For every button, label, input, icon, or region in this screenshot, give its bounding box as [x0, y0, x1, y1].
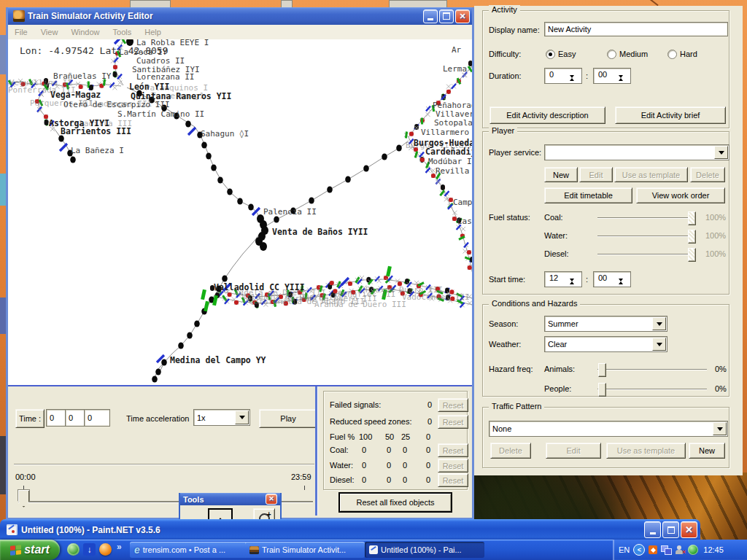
duration-label: Duration:: [489, 71, 522, 80]
view-work-order-button[interactable]: View work order: [636, 187, 725, 203]
spin-down-button[interactable]: [570, 78, 581, 87]
tray-clock[interactable]: 12:45: [703, 545, 724, 554]
timeline-end-label: 23:59: [291, 472, 311, 481]
play-button[interactable]: Play: [259, 409, 317, 428]
tray-network-icon[interactable]: [661, 545, 671, 554]
dropdown-button[interactable]: [714, 146, 728, 159]
dropdown-button[interactable]: [235, 411, 249, 424]
route-map[interactable]: Veguellina IIPonferrada IIIPorqueros III…: [8, 39, 472, 386]
start-hours-spinner[interactable]: 12: [544, 271, 582, 287]
water-slider-thumb[interactable]: [688, 230, 696, 244]
quick-launch-green-icon[interactable]: [67, 543, 80, 556]
close-button[interactable]: ✕: [455, 9, 470, 23]
spin-down-button[interactable]: [619, 281, 630, 290]
desktop-icon-fragment: [0, 174, 6, 206]
menu-view[interactable]: View: [34, 28, 65, 36]
close-button[interactable]: ✕: [681, 521, 697, 538]
quick-launch-orange-icon[interactable]: [99, 543, 112, 556]
language-indicator[interactable]: EN: [619, 545, 630, 554]
map-decor: [112, 85, 117, 90]
tray-chevron-icon[interactable]: <: [633, 544, 645, 556]
tray-user-offline-icon[interactable]: ×: [675, 545, 684, 555]
taskbar-item-train-simulator[interactable]: Train Simulator Activit...: [245, 542, 365, 558]
season-value: Summer: [548, 319, 578, 328]
player-service-select[interactable]: [544, 144, 729, 160]
traffic-edit-button[interactable]: Edit: [546, 443, 601, 459]
tray-orange-app-icon[interactable]: [649, 545, 657, 554]
player-delete-button[interactable]: Delete: [690, 167, 725, 182]
traffic-new-button[interactable]: New: [689, 443, 725, 459]
quick-launch-download-icon[interactable]: ↓: [83, 543, 96, 556]
traffic-delete-button[interactable]: Delete: [490, 443, 531, 459]
reset-water-button[interactable]: Reset: [438, 459, 468, 472]
reset-coal-button[interactable]: Reset: [438, 443, 468, 457]
duration-minutes-spinner[interactable]: 00: [593, 68, 631, 84]
menu-help[interactable]: Help: [138, 28, 168, 36]
difficulty-medium-label[interactable]: Medium: [619, 50, 648, 58]
start-button[interactable]: start: [0, 540, 60, 560]
time-acceleration-select[interactable]: 1x: [193, 409, 250, 426]
tools-title-bar[interactable]: Tools ✕: [180, 493, 280, 505]
taskbar-item-paintdotnet[interactable]: Untitled (100%) - Pai...: [365, 542, 484, 558]
player-edit-button[interactable]: Edit: [579, 167, 613, 182]
reset-failed-signals-button[interactable]: Reset: [438, 398, 468, 412]
taskbar-item-trensim[interactable]: e trensim.com • Post a ...: [130, 542, 249, 558]
activity-legend: Activity: [489, 5, 520, 14]
water-value: 0: [362, 461, 366, 470]
animals-slider-thumb[interactable]: [598, 363, 606, 377]
people-slider-thumb[interactable]: [598, 383, 606, 397]
diesel-slider-thumb[interactable]: [688, 248, 696, 262]
tools-close-button[interactable]: ✕: [266, 494, 277, 505]
spin-down-button[interactable]: [619, 78, 630, 87]
reset-all-fixed-objects-button[interactable]: Reset all fixed objects: [339, 493, 452, 512]
map-node-dot: [211, 164, 217, 171]
quick-launch-overflow-chevron[interactable]: »: [117, 542, 122, 552]
coal-slider-thumb[interactable]: [688, 211, 696, 225]
difficulty-easy-label[interactable]: Easy: [558, 50, 576, 58]
difficulty-medium-radio[interactable]: [607, 50, 616, 59]
traffic-use-as-template-button[interactable]: Use as template: [606, 443, 686, 459]
map-node-dot: [248, 203, 254, 210]
edit-timetable-button[interactable]: Edit timetable: [544, 187, 632, 203]
menu-tools[interactable]: Tools: [107, 28, 139, 36]
weather-select[interactable]: Clear: [544, 336, 667, 352]
map-signal-marker: [201, 289, 206, 300]
duration-hours-spinner[interactable]: 0: [544, 68, 582, 84]
difficulty-hard-radio[interactable]: [667, 50, 677, 59]
dropdown-button[interactable]: [652, 338, 666, 351]
edit-activity-brief-button[interactable]: Edit Activity brief: [615, 106, 726, 124]
player-use-as-template-button[interactable]: Use as template: [614, 167, 688, 182]
time-seconds-field[interactable]: 0: [84, 409, 110, 427]
reset-reduced-speed-button[interactable]: Reset: [438, 415, 468, 429]
menu-window[interactable]: Window: [64, 28, 106, 36]
dropdown-button[interactable]: [713, 422, 727, 435]
activity-editor-window: Train Simulator Activity Editor ✕ File V…: [6, 7, 474, 520]
activity-groupbox: Activity Display name: New Activity Diff…: [482, 10, 729, 128]
menu-file[interactable]: File: [8, 28, 34, 36]
hazard-freq-label: Hazard freq:: [489, 365, 533, 373]
map-node-dot: [222, 275, 228, 281]
time-hours-value: 0: [50, 413, 54, 422]
player-new-button[interactable]: New: [544, 167, 578, 182]
play-label: Play: [280, 414, 295, 423]
edit-activity-description-button[interactable]: Edit Activity description: [489, 106, 605, 124]
timeline-thumb[interactable]: [18, 489, 30, 508]
maximize-button[interactable]: [662, 521, 679, 538]
reset-label: Reset: [443, 418, 464, 427]
spin-down-button[interactable]: [570, 281, 581, 290]
editor-title-bar[interactable]: Train Simulator Activity Editor ✕: [8, 7, 472, 25]
start-minutes-spinner[interactable]: 00: [593, 271, 631, 287]
tray-green-app-icon[interactable]: [688, 545, 698, 555]
difficulty-hard-label[interactable]: Hard: [680, 50, 697, 58]
reset-diesel-button[interactable]: Reset: [438, 473, 468, 487]
maximize-button[interactable]: [439, 9, 454, 23]
traffic-pattern-select[interactable]: None: [489, 421, 728, 437]
taskbar: start ↓ » e trensim.com • Post a ... Tra…: [0, 540, 747, 560]
paintdotnet-title-bar[interactable]: Untitled (100%) - Paint.NET v3.5.6 ✕: [0, 519, 700, 540]
display-name-input[interactable]: New Activity: [544, 22, 728, 36]
difficulty-easy-radio[interactable]: [546, 50, 555, 59]
season-select[interactable]: Summer: [544, 316, 667, 332]
minimize-button[interactable]: [644, 521, 661, 538]
minimize-button[interactable]: [423, 9, 438, 23]
dropdown-button[interactable]: [652, 317, 666, 330]
